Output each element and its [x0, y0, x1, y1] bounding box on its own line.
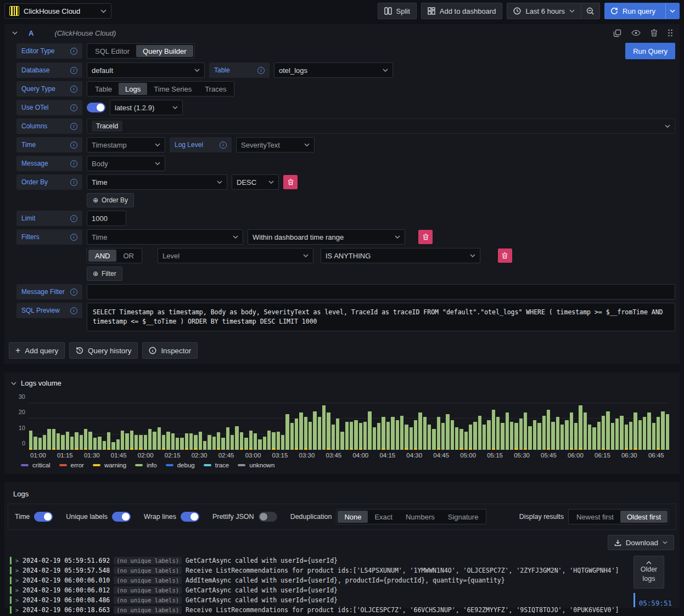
- expand-row-caret-icon[interactable]: >: [15, 597, 19, 603]
- unique-labels-toggle[interactable]: [112, 512, 131, 522]
- download-button[interactable]: Download: [608, 535, 674, 550]
- table-label: Tablei: [209, 63, 270, 78]
- add-query-button[interactable]: + Add query: [9, 342, 65, 359]
- older-logs-button[interactable]: Older logs: [633, 556, 664, 589]
- editor-type-sql-editor[interactable]: SQL Editor: [88, 45, 136, 57]
- run-query-inline-button[interactable]: Run Query: [625, 43, 675, 59]
- filter2-field-select[interactable]: Level: [158, 248, 313, 263]
- filter-condition-and[interactable]: AND: [88, 250, 116, 262]
- order-by-field-select[interactable]: Time: [87, 174, 227, 190]
- info-icon[interactable]: i: [70, 215, 77, 222]
- split-button[interactable]: Split: [378, 3, 417, 19]
- delete-query-trash-icon[interactable]: [651, 29, 658, 37]
- volume-bar: [103, 404, 106, 450]
- database-select[interactable]: default: [87, 63, 205, 78]
- drag-handle-icon[interactable]: [668, 29, 673, 37]
- filter-field-select[interactable]: Time: [87, 229, 243, 245]
- filter-operator-select[interactable]: Within dashboard time range: [248, 229, 405, 245]
- log-row[interactable]: > 2024-02-19 06:00:18.663 (no unique lab…: [10, 605, 680, 615]
- prettify-json-toggle[interactable]: [259, 512, 277, 522]
- time-toggle[interactable]: [34, 512, 53, 522]
- query-type-traces[interactable]: Traces: [198, 83, 233, 95]
- remove-filter2-button[interactable]: [498, 248, 512, 263]
- info-icon[interactable]: i: [220, 142, 227, 149]
- table-select[interactable]: otel_logs: [274, 63, 393, 78]
- inspector-button[interactable]: Inspector: [142, 342, 198, 359]
- wrap-lines-toggle[interactable]: [181, 512, 199, 522]
- volume-bar: [432, 404, 435, 450]
- legend-item-critical[interactable]: critical: [21, 462, 51, 468]
- expand-row-caret-icon[interactable]: >: [15, 558, 19, 564]
- log-row[interactable]: > 2024-02-19 06:00:08.486 (no unique lab…: [10, 595, 680, 605]
- zoom-out-time-button[interactable]: [581, 3, 600, 19]
- info-icon[interactable]: i: [70, 86, 77, 93]
- duplicate-query-icon[interactable]: [613, 29, 621, 37]
- filter-condition-switch: AND OR: [87, 248, 142, 263]
- add-to-dashboard-button[interactable]: Add to dashboard: [421, 3, 503, 19]
- time-range-picker[interactable]: Last 6 hours: [507, 3, 581, 19]
- legend-item-trace[interactable]: trace: [204, 462, 229, 468]
- collapse-volume-chevron-icon[interactable]: [11, 382, 16, 385]
- remove-filter-button[interactable]: [418, 230, 433, 244]
- legend-item-error[interactable]: error: [59, 462, 84, 468]
- filter-condition-or[interactable]: OR: [116, 250, 141, 262]
- query-type-logs[interactable]: Logs: [119, 83, 147, 95]
- info-icon[interactable]: i: [70, 160, 77, 167]
- info-icon[interactable]: i: [257, 67, 265, 74]
- expand-row-caret-icon[interactable]: >: [15, 607, 19, 613]
- log-row[interactable]: > 2024-02-19 05:59:57.548 (no unique lab…: [10, 566, 680, 575]
- info-icon[interactable]: i: [70, 179, 77, 186]
- time-column-select[interactable]: Timestamp: [87, 137, 165, 152]
- message-filter-input[interactable]: [87, 284, 675, 299]
- dedup-none[interactable]: None: [338, 511, 368, 523]
- info-icon[interactable]: i: [70, 234, 77, 241]
- query-type-time-series[interactable]: Time Series: [147, 83, 198, 95]
- expand-row-caret-icon[interactable]: >: [15, 568, 19, 574]
- volume-bar: [629, 404, 632, 450]
- dedup-exact[interactable]: Exact: [368, 511, 399, 523]
- order-by-direction-select[interactable]: DESC: [232, 174, 279, 190]
- editor-type-query-builder[interactable]: Query Builder: [136, 45, 193, 57]
- info-icon[interactable]: i: [70, 104, 77, 111]
- info-icon[interactable]: i: [70, 123, 77, 130]
- query-history-button[interactable]: Query history: [69, 342, 138, 359]
- logs-volume-chart[interactable]: 0102030 01:0001:1501:3001:4502:0002:1502…: [4, 402, 680, 468]
- filter2-operator-select[interactable]: IS ANYTHING: [321, 248, 480, 263]
- column-chip[interactable]: TraceId: [92, 121, 122, 132]
- legend-item-debug[interactable]: debug: [166, 462, 195, 468]
- info-icon[interactable]: i: [70, 48, 77, 55]
- use-otel-toggle[interactable]: [87, 103, 105, 112]
- limit-input[interactable]: [87, 211, 126, 226]
- dedup-numbers[interactable]: Numbers: [399, 511, 441, 523]
- message-column-select[interactable]: Body: [87, 156, 165, 171]
- query-type-table[interactable]: Table: [88, 83, 119, 95]
- display-newest-first[interactable]: Newest first: [570, 511, 620, 523]
- display-oldest-first[interactable]: Oldest first: [620, 511, 668, 523]
- volume-bar: [327, 404, 330, 450]
- info-icon[interactable]: i: [70, 67, 77, 74]
- log-level-column-select[interactable]: SeverityText: [236, 137, 315, 152]
- hide-query-eye-icon[interactable]: [631, 30, 641, 36]
- run-query-split-button[interactable]: Run query: [604, 3, 680, 19]
- info-icon[interactable]: i: [70, 142, 77, 149]
- expand-row-caret-icon[interactable]: >: [15, 587, 19, 594]
- collapse-query-chevron-icon[interactable]: [12, 31, 18, 35]
- expand-row-caret-icon[interactable]: >: [15, 578, 19, 584]
- info-icon[interactable]: i: [70, 307, 77, 314]
- add-filter-button[interactable]: ⊕ Filter: [87, 267, 122, 281]
- remove-order-by-button[interactable]: [283, 175, 298, 189]
- columns-multiselect[interactable]: TraceId: [87, 118, 675, 134]
- datasource-picker[interactable]: ClickHouse Cloud: [4, 3, 111, 19]
- legend-item-unknown[interactable]: unknown: [238, 462, 274, 468]
- add-order-by-button[interactable]: ⊕ Order By: [87, 193, 134, 207]
- run-query-options-caret[interactable]: [665, 3, 679, 19]
- log-row[interactable]: > 2024-02-19 05:59:51.692 (no unique lab…: [10, 556, 680, 566]
- legend-item-warning[interactable]: warning: [93, 462, 126, 468]
- chevron-down-icon: [100, 9, 106, 13]
- log-row[interactable]: > 2024-02-19 06:00:06.010 (no unique lab…: [10, 575, 680, 585]
- log-row[interactable]: > 2024-02-19 06:00:06.012 (no unique lab…: [10, 585, 680, 595]
- otel-version-select[interactable]: latest (1.2.9): [110, 100, 183, 115]
- legend-item-info[interactable]: info: [135, 462, 157, 468]
- dedup-signature[interactable]: Signature: [441, 511, 485, 523]
- info-icon[interactable]: i: [70, 289, 77, 296]
